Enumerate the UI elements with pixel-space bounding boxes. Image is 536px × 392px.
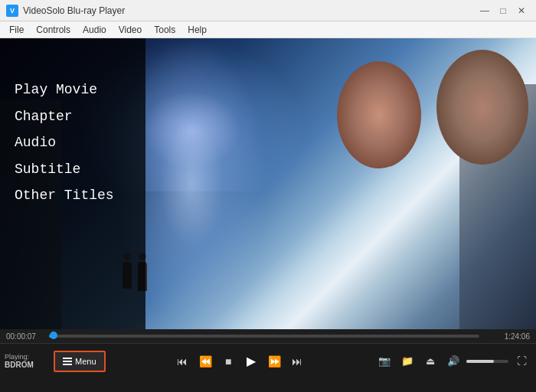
volume-fill xyxy=(466,360,494,363)
progress-thumb xyxy=(50,332,57,339)
man-face-oval xyxy=(436,50,528,165)
controls-bar: Playing: BDROM Menu ⏮ ⏪ ■ ▶ ⏩ ⏭ 📷 📁 ⏏ 🔊 xyxy=(0,343,536,378)
close-button[interactable]: ✕ xyxy=(513,4,530,18)
volume-button[interactable]: 🔊 xyxy=(443,351,463,371)
menu-label: Menu xyxy=(75,357,96,366)
play-button[interactable]: ▶ xyxy=(240,351,262,372)
logo-text: V xyxy=(10,7,15,15)
fullscreen-button[interactable]: ⛶ xyxy=(511,351,531,371)
app-title: VideoSolo Blu-ray Player xyxy=(23,5,476,16)
playing-source: BDROM xyxy=(5,361,51,369)
transport-controls: ⏮ ⏪ ■ ▶ ⏩ ⏭ xyxy=(172,351,308,372)
menu-item-video[interactable]: Video xyxy=(113,23,148,37)
maximize-button[interactable]: □ xyxy=(495,4,511,18)
minimize-button[interactable]: — xyxy=(476,4,493,18)
menu-item-tools[interactable]: Tools xyxy=(148,23,181,37)
progress-track[interactable] xyxy=(49,335,479,338)
menu-button[interactable]: Menu xyxy=(54,351,106,372)
volume-track[interactable] xyxy=(466,360,508,363)
menu-icon xyxy=(63,358,72,365)
menu-bar: FileControlsAudioVideoToolsHelp xyxy=(0,21,536,38)
context-menu-item-audio[interactable]: Audio xyxy=(11,129,117,156)
time-current: 00:00:07 xyxy=(6,332,44,341)
video-area: Play MovieChapterAudioSubtitleOther Titl… xyxy=(0,38,536,329)
eject-button[interactable]: ⏏ xyxy=(420,351,440,371)
title-bar: V VideoSolo Blu-ray Player — □ ✕ xyxy=(0,0,536,21)
app-logo: V xyxy=(6,5,18,17)
menu-item-controls[interactable]: Controls xyxy=(30,23,77,37)
timeline-bar: 00:00:07 1:24:06 xyxy=(0,329,536,343)
playing-label: Playing: xyxy=(5,353,51,361)
fast-forward-button[interactable]: ⏩ xyxy=(263,351,285,372)
prev-button[interactable]: ⏮ xyxy=(172,351,193,372)
time-total: 1:24:06 xyxy=(484,332,530,341)
context-menu-item-chapter[interactable]: Chapter xyxy=(11,103,117,130)
right-controls: 📷 📁 ⏏ 🔊 ⛶ xyxy=(374,351,531,371)
menu-line-3 xyxy=(63,364,72,365)
screenshot-button[interactable]: 📷 xyxy=(374,351,394,371)
stop-button[interactable]: ■ xyxy=(217,351,239,372)
folder-button[interactable]: 📁 xyxy=(397,351,417,371)
context-menu-item-play-movie[interactable]: Play Movie xyxy=(11,77,117,103)
playing-info: Playing: BDROM xyxy=(5,353,51,369)
menu-item-help[interactable]: Help xyxy=(181,23,213,37)
window-controls: — □ ✕ xyxy=(476,4,530,18)
context-menu-item-subtitle[interactable]: Subtitle xyxy=(11,156,117,183)
volume-control: 🔊 xyxy=(443,351,508,371)
context-menu-item-other-titles[interactable]: Other Titles xyxy=(11,182,117,209)
context-menu: Play MovieChapterAudioSubtitleOther Titl… xyxy=(11,77,117,209)
character-woman xyxy=(322,54,436,299)
menu-item-audio[interactable]: Audio xyxy=(77,23,113,37)
menu-line-2 xyxy=(63,361,72,362)
character-man xyxy=(429,46,536,322)
rewind-button[interactable]: ⏪ xyxy=(194,351,216,372)
next-button[interactable]: ⏭ xyxy=(286,351,308,372)
menu-line-1 xyxy=(63,358,72,359)
woman-face-oval xyxy=(337,61,421,168)
menu-item-file[interactable]: File xyxy=(3,23,30,37)
